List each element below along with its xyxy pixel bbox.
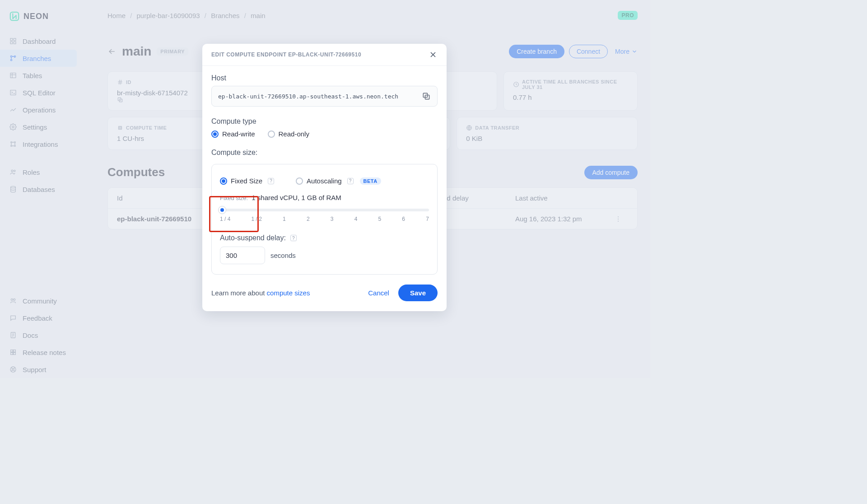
edit-compute-modal: EDIT COMPUTE ENDPOINT EP-BLACK-UNIT-7266… xyxy=(202,44,447,311)
cancel-button[interactable]: Cancel xyxy=(368,289,389,297)
modal-footer: Learn more about compute sizes Cancel Sa… xyxy=(202,275,447,301)
radio-label: Autoscaling xyxy=(307,177,342,185)
modal-body: Host ep-black-unit-72669510.ap-southeast… xyxy=(202,66,447,275)
beta-badge: BETA xyxy=(360,177,381,185)
size-slider[interactable]: 1 / 4 1 / 2 1 2 3 4 5 6 7 xyxy=(220,209,429,222)
tick-label: 1 xyxy=(283,216,286,222)
auto-suspend-field: Auto-suspend delay: ? seconds xyxy=(220,234,429,264)
learn-more: Learn more about compute sizes xyxy=(211,289,310,297)
radio-label: Read-only xyxy=(279,130,309,138)
radio-read-write[interactable]: Read-write xyxy=(211,130,255,138)
suspend-delay-input[interactable] xyxy=(220,247,265,264)
tick-label: 5 xyxy=(378,216,382,222)
radio-icon xyxy=(211,131,219,138)
help-icon[interactable]: ? xyxy=(347,178,354,184)
help-icon[interactable]: ? xyxy=(290,235,297,241)
host-value: ep-black-unit-72669510.ap-southeast-1.aw… xyxy=(218,93,398,100)
tick-label: 1 / 4 xyxy=(220,216,230,222)
radio-autoscaling[interactable]: Autoscaling ? BETA xyxy=(296,177,381,185)
radio-fixed-size[interactable]: Fixed Size ? xyxy=(220,177,274,185)
tick-label: 2 xyxy=(307,216,310,222)
radio-read-only[interactable]: Read-only xyxy=(268,130,309,138)
tick-label: 1 / 2 xyxy=(252,216,262,222)
compute-size-label: Compute size: xyxy=(211,149,438,157)
host-label: Host xyxy=(211,74,438,82)
slider-thumb[interactable] xyxy=(218,206,226,214)
slider-track[interactable] xyxy=(220,209,429,211)
slider-ticks: 1 / 4 1 / 2 1 2 3 4 5 6 7 xyxy=(220,216,429,222)
annotation-highlight xyxy=(209,196,259,232)
radio-icon xyxy=(220,177,227,185)
radio-icon xyxy=(268,131,275,138)
copy-icon[interactable] xyxy=(422,92,431,101)
modal-title: EDIT COMPUTE ENDPOINT EP-BLACK-UNIT-7266… xyxy=(211,51,361,58)
tick-label: 7 xyxy=(426,216,429,222)
host-field: ep-black-unit-72669510.ap-southeast-1.aw… xyxy=(211,86,438,107)
radio-label: Fixed Size xyxy=(231,177,262,185)
tick-label: 4 xyxy=(354,216,358,222)
compute-type-label: Compute type xyxy=(211,117,438,126)
fixed-size-description: Fixed size: 1 shared vCPU, 1 GB of RAM xyxy=(220,194,429,201)
size-mode-group: Fixed Size ? Autoscaling ? BETA xyxy=(220,177,429,185)
compute-type-group: Read-write Read-only xyxy=(211,130,438,138)
suspend-unit: seconds xyxy=(270,252,296,259)
tick-label: 6 xyxy=(402,216,405,222)
radio-label: Read-write xyxy=(222,130,255,138)
modal-header: EDIT COMPUTE ENDPOINT EP-BLACK-UNIT-7266… xyxy=(202,44,447,66)
close-icon[interactable] xyxy=(429,50,438,59)
suspend-label: Auto-suspend delay: ? xyxy=(220,234,429,242)
save-button[interactable]: Save xyxy=(398,285,438,301)
compute-size-panel: Fixed Size ? Autoscaling ? BETA Fixed si… xyxy=(211,164,438,275)
tick-label: 3 xyxy=(331,216,334,222)
help-icon[interactable]: ? xyxy=(268,178,274,184)
radio-icon xyxy=(296,177,303,185)
learn-more-link[interactable]: compute sizes xyxy=(267,289,310,297)
